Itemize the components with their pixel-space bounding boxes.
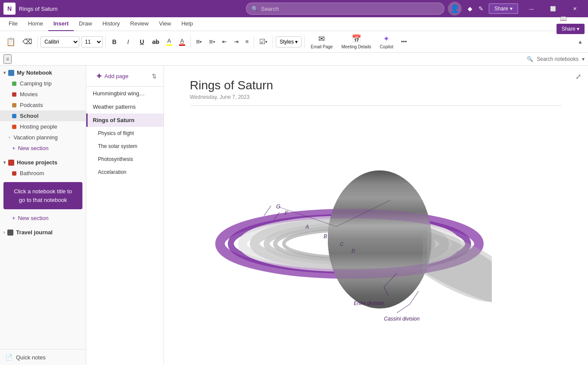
eraser-button[interactable]: ⌫ bbox=[20, 34, 35, 50]
my-notebook-chevron: ▾ bbox=[3, 70, 6, 75]
avatar[interactable]: 👤 bbox=[448, 2, 462, 16]
svg-text:B: B bbox=[324, 233, 327, 239]
immersive-reader-button[interactable]: 📖 bbox=[557, 14, 570, 24]
search-chevron-icon[interactable]: ▾ bbox=[582, 56, 585, 62]
pen-icon[interactable]: ✎ bbox=[477, 3, 485, 14]
hamburger-button[interactable]: ≡ bbox=[3, 54, 12, 64]
quick-notes[interactable]: 📄 Quick notes bbox=[0, 349, 86, 365]
page-hummingbird[interactable]: Hummingbird wing… bbox=[86, 87, 164, 100]
new-section-house-plus-icon: + bbox=[12, 215, 16, 221]
search-input[interactable] bbox=[261, 6, 439, 12]
share-ribbon-button[interactable]: Share ▾ bbox=[557, 24, 585, 34]
bullets-icon: ≡ bbox=[196, 38, 200, 46]
underline-button[interactable]: U bbox=[136, 34, 148, 50]
saturn-svg: G F A B C D Enke division bbox=[190, 114, 492, 321]
close-button[interactable]: ✕ bbox=[565, 3, 585, 15]
quick-notes-label: Quick notes bbox=[16, 354, 46, 361]
menu-draw[interactable]: Draw bbox=[74, 17, 97, 31]
menu-help[interactable]: Help bbox=[176, 17, 198, 31]
page-rings-of-saturn[interactable]: Rings of Saturn bbox=[86, 113, 164, 127]
section-hosting-people[interactable]: Hosting people bbox=[0, 121, 86, 132]
search-notebooks-text: Search notebooks bbox=[537, 56, 579, 62]
saturn-illustration: G F A B C D Enke division bbox=[190, 114, 492, 321]
ribbon-collapse-button[interactable]: ▲ bbox=[576, 37, 585, 47]
quick-notes-icon: 📄 bbox=[5, 354, 13, 361]
travel-journal-indicator bbox=[7, 230, 13, 236]
search-bar[interactable]: 🔍 bbox=[246, 3, 444, 15]
house-projects-header[interactable]: ▾ House projects bbox=[0, 157, 86, 168]
svg-text:D: D bbox=[352, 248, 355, 253]
travel-journal-header[interactable]: › Travel journal bbox=[0, 227, 86, 238]
vacation-chevron-icon: › bbox=[9, 135, 10, 140]
share-ribbon-label: Share ▾ bbox=[562, 26, 579, 32]
section-camping-trip[interactable]: Camping trip bbox=[0, 78, 86, 89]
add-page-label: Add page bbox=[104, 73, 129, 79]
font-color-button[interactable]: A bbox=[176, 34, 188, 50]
highlight-button[interactable]: A bbox=[164, 34, 175, 50]
new-section-my-notebook[interactable]: + New section bbox=[0, 143, 86, 154]
notebook-travel-journal: › Travel journal bbox=[0, 225, 86, 239]
email-page-button[interactable]: ✉ Email Page bbox=[307, 32, 336, 51]
indent-increase-icon: ⇥ bbox=[234, 38, 239, 45]
app-title: Rings of Saturn bbox=[19, 6, 246, 12]
align-button[interactable]: ≡ bbox=[243, 34, 252, 50]
house-projects-label: House projects bbox=[17, 159, 57, 166]
notebook-tooltip: Click a notebook title to go to that not… bbox=[3, 182, 82, 209]
page-title: Rings of Saturn bbox=[190, 79, 562, 92]
section-vacation-planning[interactable]: › Vacation planning bbox=[0, 132, 86, 143]
menu-view[interactable]: View bbox=[154, 17, 176, 31]
section-school[interactable]: School bbox=[0, 110, 86, 121]
maximize-button[interactable]: ⬜ bbox=[543, 3, 563, 15]
menu-history[interactable]: History bbox=[97, 17, 125, 31]
more-button[interactable]: ••• bbox=[399, 34, 410, 50]
share-label: Share bbox=[494, 6, 508, 12]
bold-button[interactable]: B bbox=[108, 34, 120, 50]
checkbox-button[interactable]: ☑ ▾ bbox=[257, 34, 270, 50]
my-notebook-header[interactable]: ▾ My Notebook bbox=[0, 67, 86, 78]
more-icon: ••• bbox=[401, 38, 407, 45]
italic-button[interactable]: I bbox=[122, 34, 134, 50]
page-photosynthesis[interactable]: Photosynthesis bbox=[86, 153, 164, 166]
menu-home[interactable]: Home bbox=[23, 17, 48, 31]
onenote-logo: N bbox=[3, 3, 16, 15]
share-button[interactable]: Share ▾ bbox=[489, 3, 518, 14]
school-color bbox=[12, 114, 16, 118]
ribbon-sep-4 bbox=[254, 36, 254, 48]
house-projects-indicator bbox=[8, 160, 14, 166]
menu-review[interactable]: Review bbox=[125, 17, 154, 31]
add-page-icon: ✚ bbox=[97, 72, 102, 79]
secondary-right: 🔍 Search notebooks ▾ bbox=[527, 56, 585, 62]
strikethrough-button[interactable]: ab bbox=[150, 34, 162, 50]
diamond-icon[interactable]: ◆ bbox=[466, 3, 474, 14]
new-section-house-projects[interactable]: + New section bbox=[0, 213, 86, 223]
bathroom-color bbox=[12, 171, 16, 176]
bullets-button[interactable]: ≡ ▾ bbox=[193, 34, 204, 50]
page-accelaration[interactable]: Accelaration bbox=[86, 166, 164, 179]
indent-decrease-icon: ⇤ bbox=[222, 38, 227, 45]
font-name-select[interactable]: Calibri Arial Times New Roman bbox=[41, 36, 79, 47]
page-weather-patterns[interactable]: Weather patterns bbox=[86, 100, 164, 113]
ribbon-sep-2 bbox=[105, 36, 106, 48]
copilot-button[interactable]: ✦ Copilot bbox=[376, 32, 396, 51]
minimize-button[interactable]: — bbox=[522, 3, 541, 15]
menu-insert[interactable]: Insert bbox=[48, 17, 74, 31]
svg-text:Cassini division: Cassini division bbox=[384, 316, 420, 321]
page-solar-system[interactable]: The solar system bbox=[86, 140, 164, 153]
page-list-header: ✚ Add page ⇅ bbox=[86, 66, 164, 87]
expand-button[interactable]: ⤢ bbox=[574, 71, 583, 82]
numbering-button[interactable]: ≡ ▾ bbox=[206, 34, 217, 50]
add-page-button[interactable]: ✚ Add page bbox=[91, 70, 134, 82]
meeting-details-button[interactable]: 📅 Meeting Details bbox=[338, 32, 374, 51]
menu-file[interactable]: File bbox=[3, 17, 23, 31]
new-section-plus-icon: + bbox=[12, 145, 16, 151]
new-page-button[interactable]: 📋 bbox=[3, 34, 18, 50]
sort-button[interactable]: ⇅ bbox=[150, 71, 158, 81]
font-size-select[interactable]: 11 12 14 bbox=[81, 36, 103, 47]
indent-increase-button[interactable]: ⇥ bbox=[231, 34, 241, 50]
section-podcasts[interactable]: Podcasts bbox=[0, 100, 86, 110]
section-bathroom[interactable]: Bathroom bbox=[0, 168, 86, 179]
section-movies[interactable]: Movies bbox=[0, 89, 86, 100]
indent-decrease-button[interactable]: ⇤ bbox=[220, 34, 230, 50]
styles-button[interactable]: Styles ▾ bbox=[276, 36, 302, 47]
page-physics-of-flight[interactable]: Physics of flight bbox=[86, 127, 164, 140]
